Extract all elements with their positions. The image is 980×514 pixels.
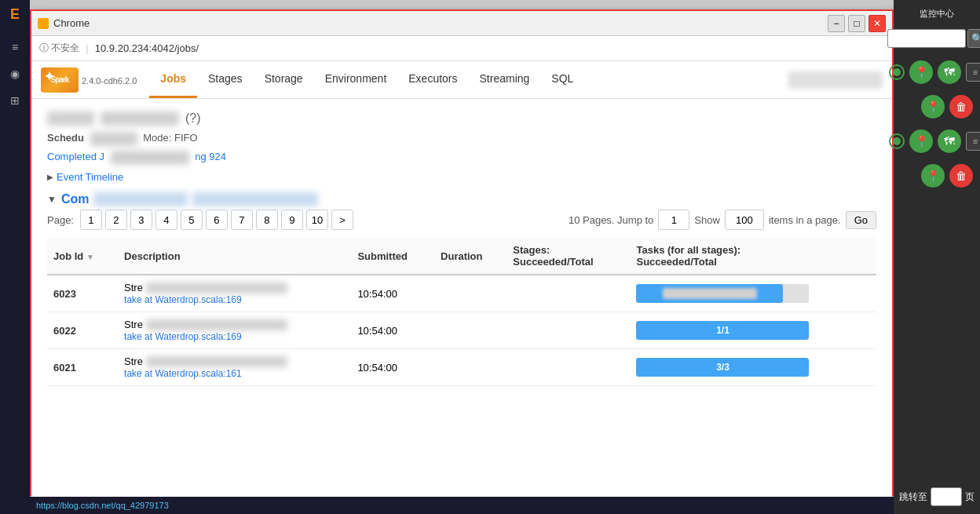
th-sort-arrow[interactable]: ▼ — [86, 253, 94, 261]
section-toggle[interactable]: ▼ — [47, 194, 57, 205]
th-duration: Duration — [434, 238, 506, 275]
desc-prefix-6023: Stre — [124, 282, 143, 293]
jump-to-input[interactable] — [658, 210, 689, 230]
security-indicator: ⓘ 不安全 — [39, 42, 79, 55]
green-btn-2[interactable]: 📍 — [921, 95, 945, 118]
section-title-blurred-2 — [192, 192, 318, 206]
nav-environment[interactable]: Environment — [314, 61, 398, 98]
nav-executors[interactable]: Executors — [397, 61, 468, 98]
sidebar-item-2[interactable]: ◉ — [3, 62, 27, 86]
jobs-table: Job Id ▼ Description Submitted Duration … — [47, 238, 876, 386]
red-btn-2[interactable]: 🗑 — [949, 164, 973, 188]
section-title-blurred-1 — [93, 192, 188, 206]
page-btn-4[interactable]: 4 — [155, 210, 177, 230]
th-job-id: Job Id ▼ — [47, 238, 118, 275]
nav-stages[interactable]: Stages — [197, 61, 254, 98]
table-body: 6023 Stre take at Waterdrop.scala:169 10… — [47, 275, 876, 386]
minimize-button[interactable]: − — [828, 15, 845, 32]
sidebar-item-3[interactable]: ⊞ — [3, 89, 27, 112]
page-btn-3[interactable]: 3 — [130, 210, 152, 230]
th-submitted: Submitted — [351, 238, 434, 275]
page-btn-9[interactable]: 9 — [281, 210, 303, 230]
show-label: Show — [694, 214, 720, 226]
page-btn-7[interactable]: 7 — [231, 210, 253, 230]
page-btn-2[interactable]: 2 — [105, 210, 127, 230]
spark-logo-icon: Spark — [41, 67, 79, 93]
circle-btn-row-1: 📍 🗺 ≡ — [889, 60, 980, 84]
tab-favicon — [38, 18, 49, 29]
header-blurred-1 — [47, 111, 94, 126]
completed-suffix: ng 924 — [195, 151, 226, 162]
progress-container-6023 — [636, 284, 809, 303]
nav-jobs[interactable]: Jobs — [149, 61, 197, 98]
job-link-6023[interactable]: take at Waterdrop.scala:169 — [124, 294, 242, 305]
nav-streaming[interactable]: Streaming — [469, 61, 541, 98]
header-blurred-2 — [101, 111, 179, 126]
completed-jobs-link[interactable]: Completed J ng 924 — [47, 151, 226, 162]
th-tasks: Tasks (for all stages):Succeeded/Total — [630, 238, 876, 275]
outline-circle-icon-2 — [889, 133, 905, 149]
table-row: 6023 Stre take at Waterdrop.scala:169 10… — [47, 275, 876, 312]
green-btn-map-2[interactable]: 🗺 — [938, 129, 961, 153]
pagination-right: 10 Pages. Jump to Show items in a page. … — [569, 210, 876, 230]
scheduling-blurred — [90, 132, 137, 146]
left-sidebar: E ≡ ◉ ⊞ — [0, 0, 30, 514]
event-timeline-toggle[interactable]: ▶ Event Timeline — [47, 171, 876, 183]
tasks-cell-6023 — [630, 275, 876, 312]
go-button[interactable]: Go — [846, 211, 876, 229]
th-description-label: Description — [124, 250, 181, 262]
sidebar-item-1[interactable]: ≡ — [3, 35, 27, 59]
progress-container-6022: 1/1 — [636, 321, 809, 340]
job-link-6021[interactable]: take at Waterdrop.scala:161 — [124, 368, 242, 379]
question-mark: (?) — [185, 111, 201, 126]
table-row: 6021 Stre take at Waterdrop.scala:161 10… — [47, 349, 876, 386]
green-btn-3[interactable]: 📍 — [909, 129, 933, 153]
spark-logo: Spark 2.4.0-cdh6.2.0 — [41, 67, 137, 93]
section-title-prefix: Com — [61, 192, 90, 206]
outline-circle-icon-1 — [889, 64, 905, 80]
job-link-6022[interactable]: take at Waterdrop.scala:169 — [124, 331, 242, 342]
description-cell: Stre take at Waterdrop.scala:169 — [118, 275, 351, 312]
bottom-url: https://blog.csdn.net/qq_42979173 — [36, 501, 169, 510]
stages-cell-6023 — [506, 275, 630, 312]
stages-cell-6021 — [506, 349, 630, 386]
page-btn-6[interactable]: 6 — [206, 210, 228, 230]
page-header: (?) — [47, 111, 876, 126]
desc-prefix-6022: Stre — [124, 319, 143, 330]
completed-jobs-line: Completed J ng 924 — [47, 151, 876, 165]
nav-storage[interactable]: Storage — [254, 61, 314, 98]
title-bar: Chrome − □ ✕ — [31, 11, 892, 36]
right-search-button[interactable]: 🔍 — [967, 29, 980, 48]
red-btn-1[interactable]: 🗑 — [949, 95, 973, 118]
window-title: Chrome — [53, 17, 90, 29]
page-btn-8[interactable]: 8 — [256, 210, 278, 230]
submitted-value-6021: 10:54:00 — [357, 362, 397, 374]
green-btn-4[interactable]: 📍 — [921, 164, 945, 188]
page-btn-10[interactable]: 10 — [306, 210, 328, 230]
nav-sql[interactable]: SQL — [540, 61, 584, 98]
job-id-cell: 6021 — [47, 349, 118, 386]
th-stages: Stages:Succeeded/Total — [506, 238, 630, 275]
show-per-page-input[interactable] — [725, 210, 764, 230]
scheduling-mode: Schedu Mode: FIFO — [47, 132, 876, 146]
page-btn-5[interactable]: 5 — [181, 210, 203, 230]
jump-label: 跳转至 — [899, 490, 927, 504]
jump-input[interactable] — [931, 487, 962, 506]
pagination-left: Page: 1 2 3 4 5 6 7 8 9 10 > — [47, 210, 353, 230]
close-button[interactable]: ✕ — [868, 15, 886, 32]
address-url[interactable]: 10.9.20.234:4042/jobs/ — [95, 42, 199, 54]
green-btn-map-1[interactable]: 🗺 — [938, 60, 961, 84]
page-label-right: 页 — [965, 490, 975, 504]
green-btn-1[interactable]: 📍 — [909, 60, 933, 84]
nav-right-blurred — [788, 71, 883, 89]
submitted-cell-6022: 10:54:00 — [351, 312, 434, 349]
page-btn-next[interactable]: > — [331, 210, 353, 230]
scheduling-mode-value: Mode: FIFO — [143, 132, 197, 144]
right-panel-title: 监控中心 — [920, 8, 954, 20]
tasks-blurred-6023 — [663, 288, 757, 299]
submitted-value-6022: 10:54:00 — [357, 325, 397, 337]
right-search-input[interactable] — [887, 29, 966, 48]
circle-btn-row-2: 📍 🗑 — [901, 95, 973, 118]
maximize-button[interactable]: □ — [848, 15, 865, 32]
page-btn-1[interactable]: 1 — [80, 210, 102, 230]
